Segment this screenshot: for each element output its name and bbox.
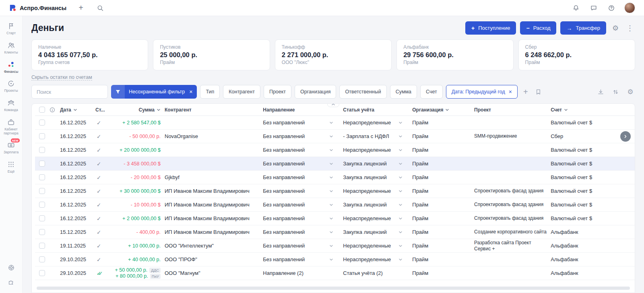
table-row[interactable]: 16.12.2025✓+ 30 000 000,00 $ИП Иванов Ма… xyxy=(35,184,635,198)
direction-select[interactable]: Без направлений xyxy=(263,243,343,249)
integrations-icon[interactable] xyxy=(8,279,15,286)
row-checkbox[interactable] xyxy=(39,174,45,180)
table-row[interactable]: 29.10.2025✓+ 40 000,00 р.ООО "ПРОФ"Без н… xyxy=(35,253,635,266)
direction-select[interactable]: Без направлений xyxy=(263,120,343,126)
table-row[interactable]: 19.11.2025✓+ 10 000,00 р.ООО "Интеллекту… xyxy=(35,239,635,253)
direction-select[interactable]: Без направлений xyxy=(263,229,343,235)
clear-date-filter-icon[interactable]: × xyxy=(509,89,512,95)
export-button[interactable] xyxy=(596,87,605,97)
save-filter-button[interactable] xyxy=(534,87,543,97)
row-checkbox[interactable] xyxy=(39,229,45,235)
search-input[interactable] xyxy=(31,85,108,99)
direction-select[interactable]: Без направлений xyxy=(263,133,343,139)
direction-select[interactable]: Без направлений xyxy=(263,215,343,221)
filter-chip[interactable]: Организация xyxy=(295,85,336,99)
direction-select[interactable]: Без направлений xyxy=(263,202,343,208)
account-card[interactable]: Сбер6 248 662,00 р.Прайм xyxy=(518,39,635,70)
category-select[interactable]: Закупка лицензий xyxy=(343,229,412,235)
row-open-button[interactable] xyxy=(620,131,631,142)
table-row[interactable]: 16.12.2025✓- 20 000,00 $GjkbyfБез направ… xyxy=(35,171,635,184)
table-row[interactable]: 16.12.2025✓+ 2 000 000,00 $ИП Иванов Мак… xyxy=(35,212,635,225)
select-all-checkbox[interactable] xyxy=(39,107,45,113)
status-check-icon: ✓ xyxy=(95,229,113,235)
quick-add-button[interactable]: + xyxy=(76,3,86,13)
direction-select[interactable]: Без направлений xyxy=(263,188,343,194)
table-settings-gear-icon[interactable]: ⚙ xyxy=(625,87,635,97)
direction-select[interactable]: Без направлений xyxy=(263,147,343,153)
direction-select[interactable]: Без направлений xyxy=(263,256,343,262)
hide-balances-link[interactable]: Скрыть остатки по счетам xyxy=(31,74,92,80)
horizontal-scrollbar[interactable] xyxy=(37,287,630,290)
user-avatar[interactable] xyxy=(624,2,635,13)
filter-chip[interactable]: Контрагент xyxy=(223,85,260,99)
row-checkbox[interactable] xyxy=(39,215,45,221)
table-row[interactable]: 15.12.2025✓- 400,00 р.ИП Иванов Максим В… xyxy=(35,225,635,239)
filter-chip[interactable]: Сумма xyxy=(390,85,417,99)
info-icon[interactable] xyxy=(50,107,55,113)
add-filter-button[interactable]: + xyxy=(521,87,530,97)
category-select[interactable]: - Зарплата с НДФЛ xyxy=(343,133,412,139)
messages-button[interactable] xyxy=(589,3,599,13)
category-select[interactable]: Закупка лицензий xyxy=(343,174,412,180)
active-filter-pill[interactable]: Несохраненный фильтр × xyxy=(111,85,197,99)
filter-chip[interactable]: Ответственный xyxy=(339,85,386,99)
page-settings-gear-icon[interactable]: ⚙ xyxy=(610,23,621,33)
sidebar-item-projects[interactable]: Проекты xyxy=(0,77,22,96)
account-card[interactable]: Наличные4 043 165 077,50 р.Группа счетов xyxy=(31,39,148,70)
category-select[interactable]: Нераспределенные xyxy=(343,147,412,153)
help-button[interactable] xyxy=(607,3,616,13)
collapse-table-button[interactable] xyxy=(327,103,339,107)
sidebar-item-start[interactable]: Старт xyxy=(0,19,22,39)
sidebar-item-salary[interactable]: NEWЗарплата xyxy=(0,138,22,158)
expense-button[interactable]: −Расход xyxy=(520,21,556,35)
transfer-button[interactable]: →Трансфер xyxy=(560,21,606,35)
table-row[interactable]: 16.12.2025✓+ 20 000 000,00 $Без направле… xyxy=(35,143,635,157)
column-header-date[interactable]: Дата xyxy=(60,107,95,113)
row-checkbox[interactable] xyxy=(39,256,45,262)
filter-chip[interactable]: Проект xyxy=(264,85,291,99)
row-checkbox[interactable] xyxy=(39,133,45,139)
filter-chip[interactable]: Счет xyxy=(420,85,443,99)
direction-select[interactable]: Без направлений xyxy=(263,174,343,180)
support-icon[interactable] xyxy=(8,264,15,271)
table-row[interactable]: 16.12.2025✓- 3 458 000,00 $Без направлен… xyxy=(35,157,635,171)
sidebar-item-team[interactable]: Команда xyxy=(0,96,22,116)
row-checkbox[interactable] xyxy=(39,147,45,153)
row-checkbox[interactable] xyxy=(39,120,45,126)
table-row[interactable]: 29.10.2025✓✓+ 50 000,00 р.ДДС+ 80 000,00… xyxy=(35,266,635,280)
row-checkbox[interactable] xyxy=(39,161,45,167)
column-header-amount[interactable]: Сумма xyxy=(113,107,165,113)
sidebar-item-clients[interactable]: Клиенты xyxy=(0,39,22,58)
clear-filter-icon[interactable]: × xyxy=(186,89,197,95)
account-card[interactable]: Пустиков25 000,00 р.Прайм xyxy=(153,39,270,70)
row-checkbox[interactable] xyxy=(39,243,45,249)
row-checkbox[interactable] xyxy=(39,188,45,194)
category-select[interactable]: Нераспределенные xyxy=(343,243,412,249)
column-header-account[interactable]: Счет xyxy=(551,107,616,113)
direction-select[interactable]: Без направлений xyxy=(263,161,343,167)
sidebar-item-partner[interactable]: Кабинет партнера xyxy=(0,116,22,139)
category-select[interactable]: Закупка лицензий xyxy=(343,161,412,167)
category-select[interactable]: Нераспределенные xyxy=(343,256,412,262)
date-filter-chip[interactable]: Дата: Предыдущий год × xyxy=(446,85,518,99)
category-select[interactable]: Закупка лицензий xyxy=(343,202,412,208)
notifications-button[interactable] xyxy=(571,3,581,13)
category-select[interactable]: Нераспределенные xyxy=(343,215,412,221)
sidebar-item-finances[interactable]: Финансы xyxy=(0,58,22,77)
table-row[interactable]: 16.12.2025✓- 50 000,00 р.NovaOrganiseБез… xyxy=(35,130,635,143)
category-select[interactable]: Нераспределенные xyxy=(343,188,412,194)
sort-order-button[interactable] xyxy=(611,87,620,97)
account-card[interactable]: Альфабанк29 756 600,00 р.Прайм xyxy=(396,39,513,70)
table-row[interactable]: 16.12.2025✓- 10 000,00 $ИП Иванов Максим… xyxy=(35,198,635,212)
row-checkbox[interactable] xyxy=(39,202,45,208)
sidebar-item-more[interactable]: Ещё xyxy=(0,158,22,177)
kebab-menu-icon[interactable]: ⋮ xyxy=(625,23,635,33)
column-header-organization[interactable]: Организация xyxy=(412,107,474,113)
income-button[interactable]: +Поступление xyxy=(465,21,516,35)
search-button[interactable] xyxy=(95,3,105,13)
category-select[interactable]: Нераспределенные xyxy=(343,120,412,126)
table-row[interactable]: 16.12.2025✓+ 2 580 547,00 $Без направлен… xyxy=(35,116,635,130)
filter-chip[interactable]: Тип xyxy=(200,85,220,99)
row-checkbox[interactable] xyxy=(39,270,45,276)
account-card[interactable]: Тинькофф2 271 000,00 р.ООО "Люкс" xyxy=(275,39,392,70)
